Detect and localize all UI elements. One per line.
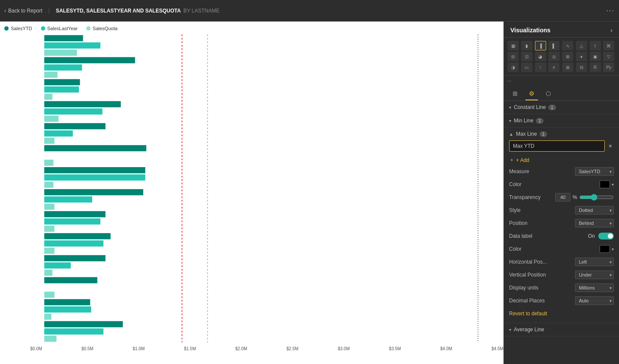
svg-rect-39 bbox=[44, 248, 55, 254]
svg-rect-50 bbox=[44, 306, 91, 312]
average-line-title: ▾ Average Line bbox=[509, 327, 544, 333]
legend-item-salesytd[interactable]: SalesYTD bbox=[4, 26, 32, 31]
r-visual-icon[interactable]: R bbox=[590, 62, 601, 72]
decimal-places-row: Decimal Places Auto 0 1 2 bbox=[509, 294, 614, 307]
transparency-input[interactable] bbox=[555, 193, 570, 202]
constant-line-header[interactable]: ▾ Constant Line 1 bbox=[504, 101, 619, 114]
position-select-wrapper: Behind In Front bbox=[575, 219, 614, 227]
plus-icon: ＋ bbox=[509, 156, 514, 164]
svg-rect-29 bbox=[44, 189, 144, 195]
min-line-badge: 1 bbox=[536, 118, 544, 124]
card-icon[interactable]: ▭ bbox=[521, 62, 532, 72]
tab-format[interactable]: ⚙ bbox=[525, 87, 538, 100]
max-line-badge: 1 bbox=[540, 131, 547, 137]
constant-line-badge: 1 bbox=[548, 105, 556, 110]
gauge-icon[interactable]: ◑ bbox=[507, 62, 519, 72]
hpos-select[interactable]: Left Right Center bbox=[575, 258, 614, 266]
bar-chart-icon[interactable]: ▮ bbox=[521, 41, 532, 50]
more-options-button[interactable]: ··· bbox=[606, 7, 615, 15]
line-column-icon[interactable]: ⌇ bbox=[590, 41, 601, 50]
display-units-select[interactable]: Millions Auto Thousands Billions bbox=[575, 283, 614, 292]
slicer-icon[interactable]: ≡ bbox=[548, 62, 560, 72]
svg-rect-13 bbox=[44, 101, 121, 107]
revert-button[interactable]: Revert to default bbox=[509, 307, 614, 318]
line-chart-icon[interactable]: ∿ bbox=[562, 41, 573, 50]
max-ytd-input[interactable] bbox=[509, 140, 605, 152]
legend-label: SalesLastYear bbox=[47, 26, 78, 31]
color2-swatch[interactable] bbox=[600, 245, 610, 253]
svg-rect-6 bbox=[44, 64, 82, 70]
add-label: + Add bbox=[516, 157, 529, 163]
matrix-icon[interactable]: ⊟ bbox=[576, 62, 587, 72]
stacked-column-icon[interactable]: ▌ bbox=[548, 41, 560, 50]
legend-dot bbox=[4, 26, 9, 31]
color2-row: Color ▾ bbox=[509, 243, 614, 255]
max-line-header[interactable]: ▲ Max Line 1 bbox=[504, 128, 619, 140]
tab-analytics[interactable]: ⬡ bbox=[542, 87, 554, 100]
svg-rect-2 bbox=[44, 42, 100, 48]
color-label: Color bbox=[509, 181, 522, 187]
x-axis-label: $3.5M bbox=[389, 346, 401, 351]
transparency-unit: % bbox=[572, 194, 577, 200]
kpi-icon[interactable]: ↑ bbox=[535, 62, 546, 72]
constant-line-title: ▾ Constant Line 1 bbox=[509, 104, 556, 110]
area-chart-icon[interactable]: △ bbox=[576, 41, 587, 50]
viz-panel: Visualizations › ▦▮▐▌∿△⌇⌘⊟⊡◕◎⊞♦▣▽◑▭↑≡⊞⊟R… bbox=[503, 22, 619, 364]
svg-rect-35 bbox=[44, 226, 55, 232]
min-line-header[interactable]: ▾ Min Line 1 bbox=[504, 114, 619, 127]
scatter-icon[interactable]: ⊡ bbox=[521, 52, 532, 61]
position-select[interactable]: Behind In Front bbox=[575, 219, 614, 227]
svg-rect-21 bbox=[44, 145, 147, 151]
svg-rect-23 bbox=[44, 160, 53, 166]
donut-icon[interactable]: ◎ bbox=[548, 52, 560, 61]
transparency-slider[interactable] bbox=[579, 194, 614, 201]
python-icon[interactable]: Py bbox=[603, 62, 614, 72]
decimal-places-label: Decimal Places bbox=[509, 298, 545, 304]
svg-text:Saraiva: Saraiva bbox=[41, 243, 42, 243]
color-row: Color ▾ bbox=[509, 178, 614, 191]
svg-rect-41 bbox=[44, 255, 106, 261]
max-line-chevron: ▲ bbox=[509, 132, 513, 137]
data-label-toggle[interactable] bbox=[598, 233, 614, 240]
treemap-icon[interactable]: ⊞ bbox=[562, 52, 573, 61]
transparency-controls: % bbox=[555, 193, 614, 202]
viz-more-label[interactable]: ... bbox=[504, 76, 619, 84]
vpos-select[interactable]: Under Above bbox=[575, 271, 614, 279]
decimal-places-select[interactable]: Auto 0 1 2 bbox=[575, 296, 614, 305]
add-line-button[interactable]: ＋ + Add bbox=[509, 155, 529, 165]
funnel-icon[interactable]: ▽ bbox=[603, 52, 614, 61]
constant-line-chevron: ▾ bbox=[509, 105, 511, 110]
svg-rect-11 bbox=[44, 93, 53, 100]
hpos-select-wrapper: Left Right Center bbox=[575, 258, 614, 266]
average-line-header[interactable]: ▾ Average Line bbox=[504, 323, 619, 336]
svg-rect-33 bbox=[44, 211, 106, 217]
map-icon[interactable]: ♦ bbox=[576, 52, 587, 61]
display-units-select-wrapper: Millions Auto Thousands Billions bbox=[575, 283, 614, 292]
legend-item-salesquota[interactable]: SalesQuota bbox=[86, 26, 117, 31]
ribbon-chart-icon[interactable]: ⌘ bbox=[603, 41, 614, 50]
stacked-bar-icon[interactable]: ▦ bbox=[507, 41, 519, 50]
svg-rect-43 bbox=[44, 270, 53, 276]
table-icon[interactable]: ⊞ bbox=[562, 62, 573, 72]
transparency-row: Transparency % bbox=[509, 191, 614, 204]
back-button[interactable]: ‹ Back to Report bbox=[4, 8, 49, 14]
pie-icon[interactable]: ◕ bbox=[535, 52, 546, 61]
svg-text:Blythe: Blythe bbox=[41, 67, 42, 68]
filled-map-icon[interactable]: ▣ bbox=[590, 52, 601, 61]
color-swatch[interactable] bbox=[600, 180, 610, 188]
data-label-row: Data label On bbox=[509, 230, 614, 243]
waterfall-icon[interactable]: ⊟ bbox=[507, 52, 519, 61]
column-chart-icon[interactable]: ▐ bbox=[535, 41, 546, 50]
x-axis-label: $2.5M bbox=[287, 346, 299, 351]
viz-panel-expand-button[interactable]: › bbox=[610, 27, 613, 34]
color2-dropdown-arrow[interactable]: ▾ bbox=[612, 247, 614, 252]
svg-rect-49 bbox=[44, 299, 91, 305]
max-ytd-close-button[interactable]: × bbox=[607, 143, 614, 149]
style-select-wrapper: Dotted Solid Dashed bbox=[575, 206, 614, 215]
style-select[interactable]: Dotted Solid Dashed bbox=[575, 206, 614, 215]
max-line-label: Max Line bbox=[516, 131, 537, 137]
color-dropdown-arrow[interactable]: ▾ bbox=[612, 182, 614, 187]
tab-fields[interactable]: ⊞ bbox=[509, 87, 521, 100]
measure-select[interactable]: SalesYTD bbox=[575, 167, 614, 176]
legend-item-saleslastyear[interactable]: SalesLastYear bbox=[41, 26, 78, 31]
